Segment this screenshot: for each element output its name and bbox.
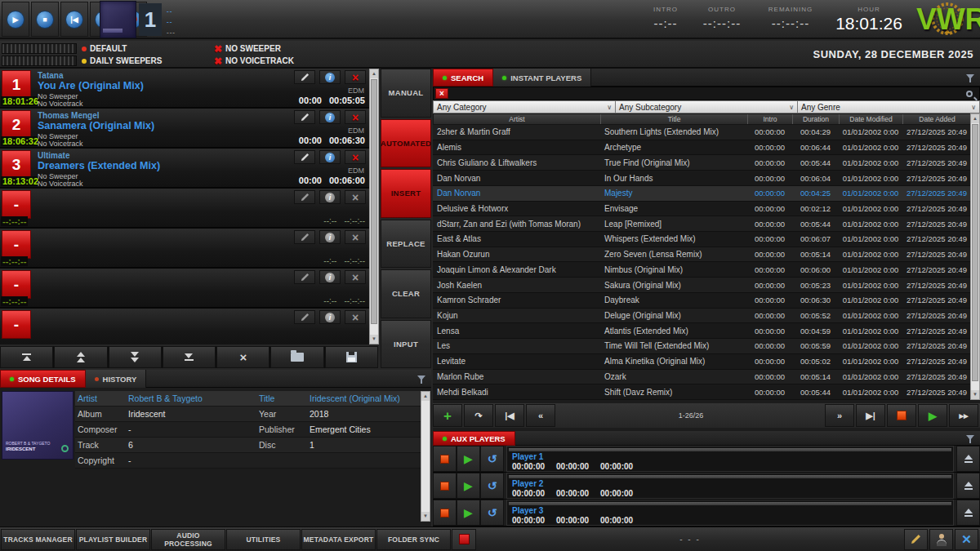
playlist-scrollbar[interactable]: ▲ ▼ [369, 69, 379, 344]
aux-eject-button[interactable] [956, 473, 980, 499]
library-scrollbar[interactable]: ▲ ▼ [970, 113, 980, 400]
utilities-button[interactable]: UTILITIES [226, 529, 301, 550]
search-input[interactable] [448, 87, 966, 100]
header-intro[interactable]: Intro [748, 114, 793, 124]
remove-track-button[interactable]: × [345, 110, 366, 124]
edit-track-button[interactable] [294, 270, 315, 284]
scroll-down-arrow[interactable]: ▼ [971, 390, 979, 399]
panel-menu-icon[interactable] [966, 74, 974, 79]
aux-stop-button[interactable] [433, 446, 457, 472]
header-artist[interactable]: Artist [434, 114, 601, 124]
scroll-thumb[interactable] [371, 79, 377, 324]
aux-play-button[interactable]: ▶ [457, 500, 480, 526]
category-dropdown[interactable]: Any Category∨ [433, 100, 616, 113]
edit-tools-button[interactable] [904, 529, 928, 550]
mode-replace-button[interactable]: REPLACE [381, 220, 431, 269]
table-row[interactable]: Mehdi Belkadi Shift (Davz Remix) 00:00:0… [433, 384, 971, 400]
save-playlist-button[interactable] [325, 346, 378, 368]
previous-track-button[interactable]: |◀ [60, 2, 88, 37]
mode-input-button[interactable]: INPUT [381, 320, 431, 369]
table-row[interactable]: dStarr, Zan and Ezi (with Tomas Moran) L… [433, 216, 971, 232]
mode-manual-button[interactable]: MANUAL [381, 69, 431, 118]
table-row[interactable]: 2sher & Martin Graff Southern Lights (Ex… [433, 125, 971, 140]
scroll-up-arrow[interactable]: ▲ [421, 392, 430, 401]
folder-sync-button[interactable]: FOLDER SYNC [376, 529, 451, 550]
playlist-builder-button[interactable]: PLAYLIST BUILDER [76, 529, 150, 550]
edit-track-button[interactable] [294, 150, 315, 164]
remove-track-button[interactable]: × [345, 230, 366, 244]
move-to-top-button[interactable] [0, 346, 53, 368]
track-info-button[interactable]: i [319, 110, 341, 124]
tracks-manager-button[interactable]: TRACKS MANAGER [1, 529, 75, 550]
table-row[interactable]: Joaquin Limon & Alexander Dark Nimbus (O… [433, 262, 971, 278]
clear-search-button[interactable]: × [435, 88, 448, 99]
edit-track-button[interactable] [294, 110, 315, 124]
table-row[interactable]: Lensa Atlantis (Extended Mix) 00:00:00 0… [433, 323, 971, 339]
aux-stop-button[interactable] [433, 473, 457, 499]
user-account-button[interactable] [929, 529, 953, 550]
shuffle-button[interactable]: × [216, 346, 270, 368]
track-info-button[interactable]: i [319, 310, 341, 324]
table-row[interactable]: Dan Norvan Majesty 00:00:00 00:04:25 01/… [433, 186, 971, 202]
scroll-up-arrow[interactable]: ▲ [971, 114, 979, 123]
scroll-up-arrow[interactable]: ▲ [370, 69, 378, 78]
move-up-button[interactable] [54, 346, 107, 368]
scroll-down-arrow[interactable]: ▼ [421, 512, 430, 521]
playlist-track-1[interactable]: 1 18:01:26 Tatana You Are (Original Mix)… [0, 69, 369, 109]
mode-insert-button[interactable]: INSERT [381, 169, 431, 218]
track-info-button[interactable]: i [319, 270, 341, 284]
aux-progress-bar[interactable] [509, 448, 951, 451]
track-info-button[interactable]: i [319, 70, 341, 84]
last-page-button[interactable]: ▶| [856, 404, 885, 427]
panel-menu-icon[interactable] [966, 435, 974, 440]
remove-track-button[interactable]: × [345, 190, 366, 204]
stop-button[interactable]: ■ [31, 2, 59, 37]
header-title[interactable]: Title [601, 114, 748, 124]
preview-stop-button[interactable] [887, 404, 916, 427]
aux-loop-button[interactable]: ↺ [480, 446, 504, 472]
move-to-bottom-button[interactable] [163, 346, 216, 368]
add-to-playlist-button[interactable]: + [433, 404, 462, 427]
remove-track-button[interactable]: × [345, 70, 366, 84]
playlist-empty-slot[interactable]: - i × [0, 309, 369, 344]
previous-page-button[interactable]: « [526, 404, 555, 427]
remove-track-button[interactable]: × [345, 270, 366, 284]
header-date-added[interactable]: Date Added [903, 114, 972, 124]
track-info-button[interactable]: i [319, 230, 341, 244]
table-row[interactable]: Kamron Schrader Daybreak 00:00:00 00:06:… [433, 293, 971, 309]
load-playlist-button[interactable] [270, 346, 323, 368]
tab-instant-players[interactable]: INSTANT PLAYERS [493, 69, 591, 87]
table-row[interactable]: Levitate Alma Kinetika (Original Mix) 00… [433, 354, 971, 370]
table-row[interactable]: Les Time Will Tell (Extended Mix) 00:00:… [433, 339, 971, 354]
audio-processing-button[interactable]: AUDIO PROCESSING [151, 529, 225, 550]
metadata-export-button[interactable]: METADATA EXPORT [301, 529, 376, 550]
playlist-empty-slot[interactable]: - --:--:-- i × --:----:--:-- [0, 269, 369, 309]
aux-play-button[interactable]: ▶ [457, 446, 480, 472]
search-icon[interactable] [966, 91, 973, 97]
aux-eject-button[interactable] [956, 500, 980, 526]
playlist-empty-slot[interactable]: - --:--:-- i × --:----:--:-- [0, 229, 369, 269]
table-row[interactable]: Chris Giuliano & Liftwalkers True Find (… [433, 155, 971, 171]
remove-track-button[interactable]: × [345, 150, 366, 164]
move-down-button[interactable] [109, 346, 162, 368]
edit-track-button[interactable] [294, 230, 315, 244]
aux-play-button[interactable]: ▶ [457, 473, 480, 499]
aux-loop-button[interactable]: ↺ [480, 500, 504, 526]
table-row[interactable]: Alemis Archetype 00:00:00 00:06:44 01/01… [433, 140, 971, 156]
playlist-empty-slot[interactable]: - --:--:-- i × --:----:--:-- [0, 189, 369, 229]
table-row[interactable]: East & Atlas Whispers (Extended Mix) 00:… [433, 232, 971, 247]
next-page-button[interactable]: » [825, 404, 854, 427]
aux-progress-bar[interactable] [509, 475, 951, 478]
edit-track-button[interactable] [294, 190, 315, 204]
table-row[interactable]: Hakan Ozurun Zero Seven (Lensa Remix) 00… [433, 247, 971, 263]
table-row[interactable]: Kojun Deluge (Original Mix) 00:00:00 00:… [433, 309, 971, 324]
scroll-down-arrow[interactable]: ▼ [370, 335, 378, 344]
panel-menu-icon[interactable] [417, 375, 425, 380]
header-date-modified[interactable]: Date Modified [840, 114, 903, 124]
details-scrollbar[interactable]: ▲ ▼ [421, 391, 430, 522]
edit-track-button[interactable] [294, 70, 315, 84]
scroll-thumb[interactable] [972, 124, 978, 381]
edit-track-button[interactable] [294, 310, 315, 324]
playlist-track-2[interactable]: 2 18:06:32 Thomas Mengel Sanamera (Origi… [0, 109, 369, 149]
genre-dropdown[interactable]: Any Genre∨ [798, 100, 980, 113]
